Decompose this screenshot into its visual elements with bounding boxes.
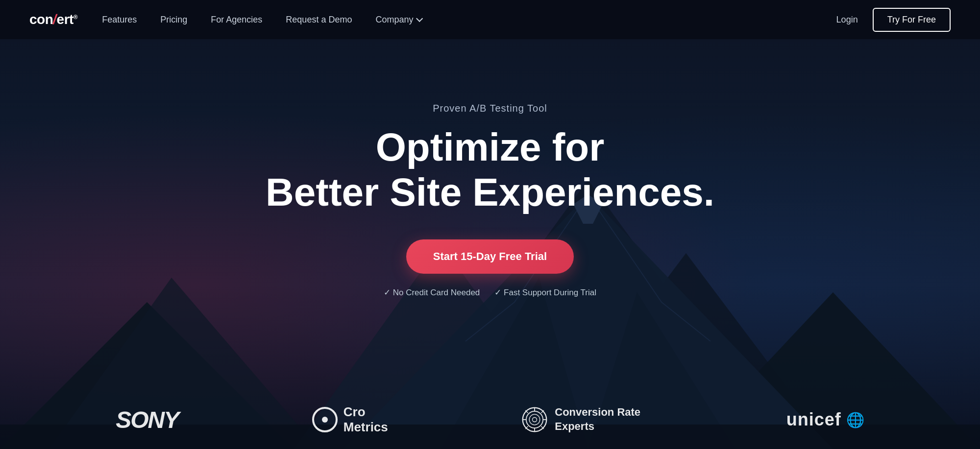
cre-logo: Conversion Rate Experts	[521, 405, 653, 433]
try-for-free-button[interactable]: Try For Free	[873, 8, 951, 32]
nav-left: con/ert® Features Pricing For Agencies R…	[29, 12, 421, 27]
cre-icon	[521, 406, 548, 433]
nav-item-agencies[interactable]: For Agencies	[211, 15, 262, 25]
nav-item-pricing[interactable]: Pricing	[160, 15, 187, 25]
hero-subtitle: Proven A/B Testing Tool	[433, 103, 547, 114]
hero-title: Optimize for Better Site Experiences.	[266, 125, 714, 215]
nav-link-pricing[interactable]: Pricing	[160, 15, 187, 24]
crometrics-text: Cro Metrics	[343, 404, 388, 435]
svg-point-14	[533, 418, 537, 422]
hero-title-line1: Optimize for	[376, 125, 605, 169]
svg-point-12	[526, 411, 543, 428]
unicef-logo-text: unicef	[786, 409, 841, 430]
login-link[interactable]: Login	[836, 15, 858, 25]
nav-links: Features Pricing For Agencies Request a …	[102, 15, 421, 25]
crometrics-circle-icon	[312, 407, 338, 432]
svg-point-13	[529, 414, 540, 425]
nav-item-demo[interactable]: Request a Demo	[286, 15, 352, 25]
nav-link-demo[interactable]: Request a Demo	[286, 15, 352, 24]
nav-link-agencies[interactable]: For Agencies	[211, 15, 262, 24]
start-trial-button[interactable]: Start 15-Day Free Trial	[406, 239, 574, 274]
assurance-support: ✓ Fast Support During Trial	[494, 287, 596, 298]
hero-content: Proven A/B Testing Tool Optimize for Bet…	[266, 103, 714, 298]
nav-item-features[interactable]: Features	[102, 15, 137, 25]
unicef-globe-icon: 🌐	[846, 411, 864, 428]
logos-bar: SONY Cro Metrics	[0, 390, 980, 449]
logo-slash: /	[51, 12, 58, 27]
assurance-no-cc: ✓ No Credit Card Needed	[384, 287, 480, 298]
hero-section: Proven A/B Testing Tool Optimize for Bet…	[0, 39, 980, 449]
sony-logo: SONY	[116, 406, 178, 433]
crometrics-logo: Cro Metrics	[312, 404, 388, 435]
chevron-down-icon	[416, 15, 423, 22]
nav-item-company[interactable]: Company	[375, 15, 421, 25]
sony-logo-text: SONY	[116, 406, 178, 433]
cre-text: Conversion Rate Experts	[555, 405, 653, 433]
nav-link-company[interactable]: Company	[375, 15, 421, 25]
nav-right: Login Try For Free	[836, 8, 951, 32]
hero-title-line2: Better Site Experiences.	[266, 170, 714, 214]
navigation: con/ert® Features Pricing For Agencies R…	[0, 0, 980, 39]
logo[interactable]: con/ert®	[29, 12, 77, 27]
unicef-logo: unicef 🌐	[786, 409, 864, 430]
nav-link-features[interactable]: Features	[102, 15, 137, 24]
hero-assurances: ✓ No Credit Card Needed ✓ Fast Support D…	[384, 287, 596, 298]
